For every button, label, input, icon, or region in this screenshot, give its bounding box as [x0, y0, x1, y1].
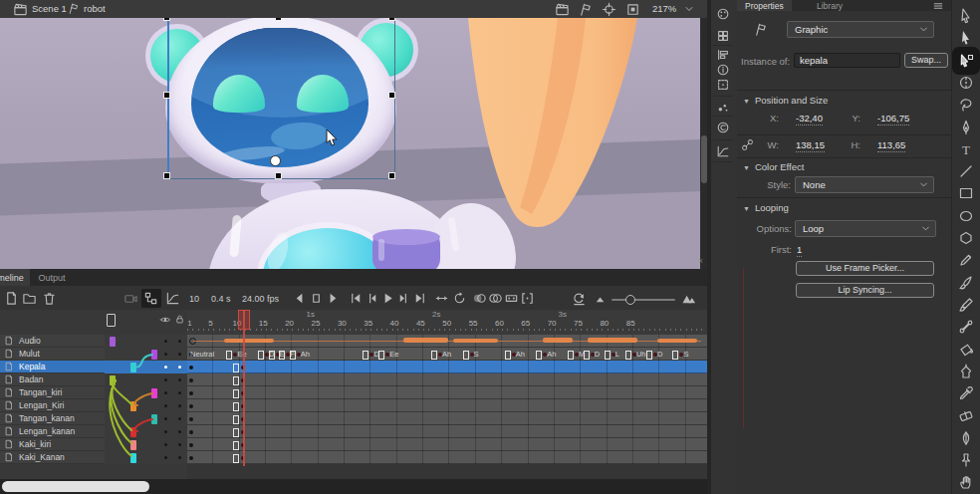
lock-dot[interactable] — [178, 353, 181, 356]
edit-multiple-frames-icon[interactable] — [504, 291, 519, 306]
align-icon[interactable] — [716, 48, 730, 62]
paint-bucket-tool[interactable] — [958, 342, 974, 358]
layer-visibility-lock-cell[interactable] — [157, 386, 187, 399]
layer-visibility-lock-cell[interactable] — [157, 373, 187, 386]
frames-row-kepala[interactable] — [187, 361, 707, 373]
lip-syncing-button[interactable]: Lip Syncing... — [796, 283, 934, 298]
lock-dot[interactable] — [178, 404, 181, 407]
transform-handle[interactable] — [163, 92, 170, 99]
keyframe-dot[interactable] — [189, 456, 193, 460]
swap-button[interactable]: Swap... — [904, 53, 948, 68]
layer-visibility-lock-cell[interactable] — [157, 425, 187, 438]
step-forward-one-frame-icon[interactable] — [396, 291, 411, 306]
onion-skin-outlines-icon[interactable] — [488, 291, 503, 306]
use-frame-picker-button[interactable]: Use Frame Picker... — [796, 261, 934, 276]
zoom-chevron-down-icon[interactable] — [683, 3, 695, 15]
layer-row-lengan-kiri[interactable]: Lengan_Kiri — [0, 399, 105, 412]
breadcrumb-symbol[interactable]: robot — [84, 3, 106, 14]
go-to-first-frame-icon[interactable] — [349, 291, 364, 306]
visibility-dot[interactable] — [164, 404, 167, 407]
layer-row-kepala[interactable]: Kepala — [0, 361, 105, 373]
visibility-dot[interactable] — [164, 391, 167, 394]
ruler-frame-number[interactable]: 5 — [208, 319, 212, 328]
ruler-frame-number[interactable]: 70 — [548, 319, 557, 328]
center-frame-icon[interactable] — [602, 2, 616, 17]
go-to-last-frame-icon[interactable] — [412, 291, 427, 306]
frames-row-kaki-kiri[interactable] — [187, 438, 707, 451]
section-looping[interactable]: ▼Looping — [743, 202, 789, 213]
asset-warp-tool[interactable] — [958, 452, 974, 468]
panel-menu-icon[interactable] — [932, 0, 944, 12]
ruler-frame-number[interactable]: 25 — [312, 319, 321, 328]
transform-handle[interactable] — [275, 18, 282, 21]
playhead-line[interactable] — [243, 310, 245, 466]
zoom-out-frames-icon[interactable] — [594, 291, 609, 306]
new-layer-icon[interactable] — [4, 291, 19, 306]
graph-editor-icon[interactable] — [165, 291, 180, 306]
loop-playback-icon[interactable] — [452, 291, 467, 306]
next-marker-icon[interactable] — [325, 291, 340, 306]
selection-bounding-box[interactable] — [167, 18, 395, 179]
current-frame-value[interactable]: 10 — [189, 294, 199, 304]
brush-library-icon[interactable] — [716, 101, 730, 115]
eyedropper-tool[interactable] — [958, 385, 974, 401]
zoom-in-frames-icon[interactable] — [681, 291, 696, 306]
frames-grid[interactable]: NeutralEeDEFAhDEeAhSAhAhMDLUhDS — [187, 335, 707, 464]
ruler-frame-number[interactable]: 40 — [390, 319, 399, 328]
width-tool[interactable] — [958, 430, 974, 446]
transform-handle[interactable] — [163, 18, 170, 21]
text-tool[interactable]: T — [958, 141, 974, 157]
frames-row-lengan-kanan[interactable] — [187, 425, 707, 438]
gradient-transform-tool[interactable] — [958, 75, 974, 91]
paint-brush-tool[interactable] — [958, 275, 974, 291]
previous-marker-icon[interactable] — [293, 291, 308, 306]
frames-row-kaki-kanan[interactable] — [187, 451, 707, 464]
x-value[interactable]: -32,40 — [796, 113, 823, 125]
pen-tool[interactable] — [958, 120, 974, 135]
frame-rate-value[interactable]: 24.00 fps — [242, 294, 279, 304]
visibility-dot[interactable] — [164, 417, 167, 420]
transform-handle[interactable] — [275, 172, 282, 179]
ink-bottle-tool[interactable] — [958, 364, 974, 379]
style-dropdown[interactable]: None — [795, 176, 934, 193]
transform-handle[interactable] — [388, 172, 395, 179]
transform-handle[interactable] — [163, 172, 170, 179]
color-palette-icon[interactable] — [716, 7, 730, 21]
current-frame-marker-icon[interactable] — [309, 291, 324, 306]
ruler-frame-number[interactable]: 35 — [364, 319, 372, 328]
layer-row-kaki-kiri[interactable]: Kaki_kiri — [0, 438, 105, 451]
ruler-frame-number[interactable]: 50 — [442, 319, 451, 328]
timeline-scrollbar-thumb[interactable] — [2, 481, 149, 492]
classic-brush-tool[interactable] — [958, 297, 974, 313]
loop-options-dropdown[interactable]: Loop — [795, 220, 936, 237]
layer-row-audio[interactable]: Audio — [0, 335, 105, 348]
ruler-frame-number[interactable]: 45 — [416, 319, 425, 328]
timeline-zoom-slider-handle[interactable] — [625, 295, 635, 305]
show-parenting-view-toggle[interactable] — [141, 289, 161, 308]
layer-visibility-lock-cell[interactable] — [157, 399, 187, 412]
eraser-tool[interactable] — [958, 407, 974, 423]
step-back-one-frame-icon[interactable] — [365, 291, 379, 306]
onion-skin-icon[interactable] — [472, 291, 487, 306]
motion-editor-icon[interactable] — [716, 144, 730, 158]
ruler-frame-number[interactable]: 15 — [259, 319, 268, 328]
polystar-tool[interactable] — [958, 230, 974, 246]
lock-dot[interactable] — [178, 391, 181, 394]
free-transform-tool[interactable] — [958, 53, 974, 69]
h-value[interactable]: 113,65 — [877, 139, 905, 152]
swatches-icon[interactable] — [716, 29, 730, 43]
ruler-frame-number[interactable]: 1 — [187, 319, 191, 328]
pencil-tool[interactable] — [958, 252, 974, 268]
rectangle-tool[interactable] — [958, 185, 974, 201]
clip-content-icon[interactable] — [625, 2, 640, 17]
keyframe-dot[interactable] — [189, 443, 193, 447]
line-tool[interactable] — [958, 163, 974, 179]
lock-icon[interactable] — [174, 314, 185, 325]
instance-name-field[interactable]: kepala — [794, 53, 900, 68]
selection-tool[interactable] — [958, 8, 974, 24]
lock-dot[interactable] — [178, 430, 181, 433]
visibility-dot[interactable] — [164, 340, 167, 343]
tab-library[interactable]: Library — [809, 0, 851, 11]
visibility-dot[interactable] — [164, 456, 167, 459]
ruler-frame-number[interactable]: 85 — [626, 319, 635, 328]
